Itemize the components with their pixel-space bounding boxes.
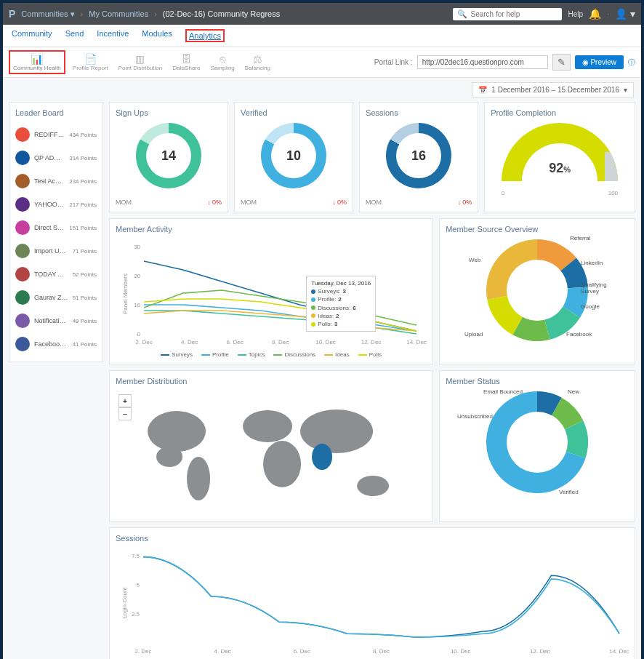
member-status-card: Member Status NewEmail BouncedUnsubscrib… xyxy=(439,370,635,522)
tool-datashare[interactable]: 🗄 DataShare xyxy=(169,52,203,73)
svg-point-12 xyxy=(148,411,206,452)
edit-portal-button[interactable]: ✎ xyxy=(552,54,571,71)
sampling-icon: ⎋ xyxy=(220,53,225,65)
user-avatar[interactable]: 👤 ▾ xyxy=(615,8,635,20)
leaderboard-row[interactable]: REDIFF Account434 Points xyxy=(15,123,97,146)
database-icon: 🗄 xyxy=(181,53,191,65)
tool-point-distribution[interactable]: ▥ Point Distribution xyxy=(116,52,165,73)
nav-modules[interactable]: Modules xyxy=(142,29,172,42)
world-map[interactable]: + − xyxy=(116,391,427,515)
member-distribution-title: Member Distribution xyxy=(116,377,427,386)
legend-item[interactable]: Surveys xyxy=(161,351,193,358)
zoom-out-button[interactable]: − xyxy=(118,407,132,420)
legend-item[interactable]: Topics xyxy=(238,351,265,358)
lb-points: 71 Points xyxy=(73,248,97,255)
gauge-max: 100 xyxy=(608,190,618,196)
lb-name: Facebook Account xyxy=(34,340,68,348)
lb-name: REDIFF Account xyxy=(34,131,65,138)
nav-send[interactable]: Send xyxy=(65,29,84,42)
search-help[interactable]: 🔍 xyxy=(453,8,562,20)
verified-title: Verified xyxy=(241,108,347,117)
date-range-picker[interactable]: 📅 1 December 2016 – 15 December 2016 ▾ xyxy=(472,82,634,97)
lb-points: 151 Points xyxy=(69,225,97,231)
avatar xyxy=(15,313,30,328)
breadcrumb-root[interactable]: Communities ▾ xyxy=(21,9,74,19)
sub-toolbar: 📊 Community Health 📄 Profile Report ▥ Po… xyxy=(3,47,641,78)
donut-label: Web xyxy=(469,257,480,263)
date-range-text: 1 December 2016 – 15 December 2016 xyxy=(491,86,619,94)
mom-label: MOM xyxy=(366,199,382,206)
svg-text:2. Dec: 2. Dec xyxy=(136,339,153,346)
svg-text:7.5: 7.5 xyxy=(132,553,140,559)
sessions-panel: Sessions 2.557.52. Dec4. Dec6. Dec8. Dec… xyxy=(109,527,635,659)
legend-swatch xyxy=(324,354,333,356)
legend-item[interactable]: Ideas xyxy=(324,351,350,358)
nav-community[interactable]: Community xyxy=(12,29,52,42)
member-source-title: Member Source Overview xyxy=(446,225,629,233)
legend-swatch xyxy=(161,354,169,356)
legend-swatch xyxy=(238,354,246,356)
svg-text:Login Count: Login Count xyxy=(121,587,128,619)
chevron-right-icon: › xyxy=(81,9,84,18)
leaderboard-row[interactable]: Notification Account49 Points xyxy=(15,309,97,332)
bell-icon[interactable]: 🔔 xyxy=(589,8,601,20)
mom-label: MOM xyxy=(116,199,132,206)
lb-points: 434 Points xyxy=(69,132,97,138)
verified-donut: 10 xyxy=(261,123,326,188)
nav-analytics[interactable]: Analytics xyxy=(189,31,221,40)
lb-points: 234 Points xyxy=(69,178,97,185)
tool-sampling[interactable]: ⎋ Sampling xyxy=(207,52,237,73)
info-icon[interactable]: ⓘ xyxy=(628,57,635,68)
portal-link-input[interactable] xyxy=(417,55,548,69)
lb-points: 49 Points xyxy=(73,318,97,324)
tool-balancing[interactable]: ⚖ Balancing xyxy=(242,52,273,73)
signups-donut: 14 xyxy=(136,123,201,188)
leaderboard-row[interactable]: QP ADMIN314 Points xyxy=(15,146,97,169)
balance-icon: ⚖ xyxy=(253,53,262,65)
leaderboard-row[interactable]: YAHOO Account217 Points xyxy=(15,193,97,216)
legend-item[interactable]: Profile xyxy=(201,351,229,358)
leaderboard-row[interactable]: Direct SignUp151 Points xyxy=(15,216,97,239)
leaderboard-row[interactable]: Import User71 Points xyxy=(15,239,97,263)
member-status-donut: NewEmail BouncedUnsubscribedVerified xyxy=(486,391,588,493)
logo: P xyxy=(9,8,15,20)
avatar xyxy=(15,151,30,165)
leaderboard-row[interactable]: Test Account234 Points xyxy=(15,169,97,193)
svg-text:4. Dec: 4. Dec xyxy=(214,648,231,655)
member-source-card: Member Source Overview WebReferralLinked… xyxy=(439,218,635,364)
report-icon: 📄 xyxy=(84,53,97,65)
svg-text:8. Dec: 8. Dec xyxy=(373,648,390,655)
breadcrumb-mycommunities[interactable]: My Communities xyxy=(89,9,148,18)
tool-profile-report[interactable]: 📄 Profile Report xyxy=(70,52,111,73)
leaderboard-row[interactable]: Facebook Account41 Points xyxy=(15,332,97,356)
leaderboard-row[interactable]: TODAY Account52 Points xyxy=(15,263,97,286)
mom-value: ↓0% xyxy=(333,199,347,206)
help-link[interactable]: Help xyxy=(568,10,583,18)
svg-point-13 xyxy=(156,447,182,467)
signups-card: Sign Ups 14 MOM↓0% xyxy=(109,102,228,212)
profile-gauge: 92% xyxy=(502,123,618,188)
nav-incentive[interactable]: Incentive xyxy=(97,29,129,42)
gauge-min: 0 xyxy=(502,190,504,196)
donut-label: Unsubscribed xyxy=(457,413,493,420)
svg-point-16 xyxy=(263,441,301,487)
svg-text:2. Dec: 2. Dec xyxy=(134,648,151,655)
sessions-panel-title: Sessions xyxy=(116,534,629,543)
search-input[interactable] xyxy=(470,10,558,18)
svg-text:14. Dec: 14. Dec xyxy=(609,648,629,655)
legend-item[interactable]: Discussions xyxy=(273,351,315,358)
tool-community-health[interactable]: 📊 Community Health xyxy=(9,50,65,74)
profile-title: Profile Completion xyxy=(491,108,629,117)
svg-text:6. Dec: 6. Dec xyxy=(294,648,310,655)
zoom-in-button[interactable]: + xyxy=(118,394,132,407)
avatar xyxy=(15,197,30,212)
arrow-down-icon: ↓ xyxy=(333,199,337,206)
svg-text:14. Dec: 14. Dec xyxy=(406,339,427,346)
divider: · xyxy=(607,9,609,18)
leaderboard-row[interactable]: Gaurav Zawar51 Points xyxy=(15,286,97,309)
legend-item[interactable]: Polls xyxy=(358,351,382,358)
sessions-title: Sessions xyxy=(366,108,472,117)
breadcrumb-current: (02-Dec-16) Community Regress xyxy=(163,9,280,18)
svg-text:4. Dec: 4. Dec xyxy=(181,339,198,346)
preview-button[interactable]: ◉ Preview xyxy=(575,55,624,69)
